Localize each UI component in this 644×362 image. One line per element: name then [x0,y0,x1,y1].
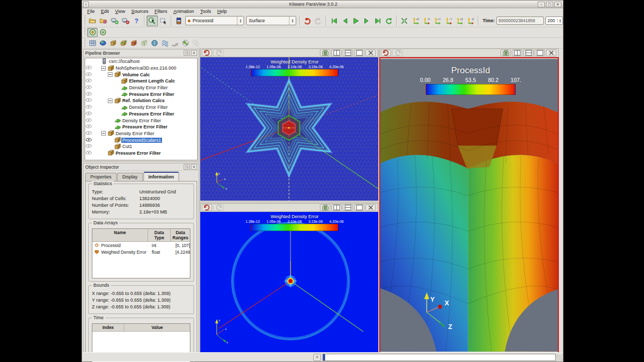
open-file-button[interactable] [87,15,98,26]
data-array-row[interactable]: Weighted Density Errorfloat[4.22498e-14,… [92,249,190,255]
view3-color-legend[interactable]: ProcessId 0.0026.853.580.2107. [420,65,521,95]
pipeline-item[interactable]: Pressure Error Filter [85,91,197,97]
eye-visibility-icon[interactable] [86,151,92,155]
data-array-row[interactable]: ProcessIdint[0, 107] [92,242,190,249]
plus-y-view-button[interactable]: +Y [432,15,443,26]
slice-filter-button[interactable] [118,38,128,47]
reset-camera-button[interactable] [399,15,410,26]
camera-redo-button[interactable] [392,50,403,56]
window-menu-icon[interactable]: v [83,2,89,7]
eye-visibility-icon[interactable] [86,138,92,142]
tab-information[interactable]: Information [143,172,180,181]
pipeline-item[interactable]: csrc://localhost [85,58,197,65]
tab-properties[interactable]: Properties [85,173,117,181]
pipeline-item[interactable]: Density Error Filter [85,130,197,137]
menu-animation[interactable]: Animation [170,9,197,14]
pipeline-item[interactable]: Pressure Error Filter [85,124,197,130]
column-header[interactable]: Value [124,324,190,331]
frame-spinbox[interactable]: 200▲▼ [545,17,563,25]
lookmark-button[interactable] [320,50,330,56]
maximize-view-button[interactable] [535,50,545,56]
undo-button[interactable] [302,15,313,26]
menu-filters[interactable]: Filters [151,9,170,14]
lookmark-button[interactable] [501,50,511,56]
redo-button[interactable] [313,15,324,26]
maximize-view-button[interactable] [354,50,364,56]
tree-expander-icon[interactable] [101,131,106,136]
undock-inspector-button[interactable]: ◳ [184,164,190,170]
column-header[interactable]: Data Ranges [171,229,190,241]
split-vertical-button[interactable] [343,50,353,56]
eye-visibility-icon[interactable] [86,111,92,116]
representation-dropdown[interactable]: Surface▲▼ [246,16,296,25]
eye-visibility-icon[interactable] [86,78,92,83]
cancel-progress-button[interactable]: ✕ [313,354,321,361]
split-horizontal-button[interactable] [331,204,342,211]
maximize-view-button[interactable] [354,204,364,211]
view1-color-legend[interactable]: Weighted Density Error 1.38e-121.05e-062… [246,59,344,76]
split-vertical-button[interactable] [343,204,353,211]
disconnect-server-button[interactable] [120,15,131,26]
pipeline-item[interactable]: Pressure Error Filter [85,111,197,118]
column-header[interactable]: Index [92,324,124,331]
edit-color-map-button[interactable] [173,15,184,26]
split-horizontal-button[interactable] [331,50,342,56]
camera-undo-button[interactable] [381,50,391,56]
time-field[interactable]: 500000023841858 [496,17,544,25]
pipeline-item[interactable]: Cut1 [85,143,197,150]
tree-expander-icon[interactable] [108,72,112,77]
warp-filter-button[interactable] [170,38,180,47]
eye-visibility-icon[interactable] [86,85,92,89]
eye-visibility-icon[interactable] [86,131,92,135]
loop-button[interactable] [383,15,394,26]
close-view-button[interactable] [365,50,376,56]
toolbar-handle[interactable] [83,15,86,25]
data-arrays-table[interactable]: NameData TypeData Ranges ProcessIdint[0,… [92,228,190,278]
threshold-filter-button[interactable] [128,38,139,47]
resize-grip[interactable] [556,355,562,361]
spreadsheet-view-button[interactable] [87,38,98,47]
menu-view[interactable]: View [112,9,128,14]
render-view-1[interactable]: yxz Weighted Density Error 1.38e-121.05e… [200,57,378,201]
pipeline-item[interactable]: Density Error Filter [85,117,197,124]
save-data-button[interactable] [98,15,109,26]
previous-frame-button[interactable] [340,15,350,26]
close-view-button[interactable] [365,204,376,211]
last-frame-button[interactable] [373,15,383,26]
view2-color-legend[interactable]: Weighted Density Error 1.38e-121.05e-062… [246,214,344,231]
minus-z-view-button[interactable]: -Z [465,15,476,26]
menu-edit[interactable]: Edit [98,9,112,14]
color-by-dropdown[interactable]: ProcessId▲▼ [185,16,244,25]
select-points-button[interactable] [158,15,169,26]
help-button[interactable]: ? [131,15,142,26]
pipeline-item[interactable]: ProcessIdScalars1 [85,137,197,143]
plus-z-view-button[interactable]: +Z [454,15,465,26]
menu-sources[interactable]: Sources [128,9,151,14]
pipeline-item[interactable]: Volume Calc [85,71,197,78]
pipeline-item[interactable]: Element Length Calc [85,78,197,85]
selection-mode-button[interactable] [98,28,108,37]
group-datasets-button[interactable] [190,38,201,47]
extract-subset-filter-button[interactable] [139,38,149,47]
split-horizontal-button[interactable] [512,50,522,56]
eye-visibility-icon[interactable] [86,105,92,109]
close-inspector-button[interactable]: ✕ [191,164,197,170]
pipeline-item[interactable]: Ref. Solution Calcs [85,97,197,104]
tree-expander-icon[interactable] [108,98,112,103]
eye-visibility-icon[interactable] [86,118,92,122]
toolbar-handle[interactable] [83,39,86,47]
split-vertical-button[interactable] [523,50,534,56]
minimize-button[interactable]: – [538,2,545,7]
glyph-sphere-filter-button[interactable] [98,38,108,47]
camera-undo-button[interactable] [202,204,212,211]
eye-visibility-icon[interactable] [86,98,92,102]
clip-filter-button[interactable] [108,38,118,47]
toolbar-handle[interactable] [83,28,86,36]
interaction-mode-button[interactable] [87,28,98,37]
close-panel-button[interactable]: ✕ [191,50,197,56]
play-button[interactable] [350,15,361,26]
minus-x-view-button[interactable]: -X [421,15,432,26]
eye-visibility-icon[interactable] [86,92,92,96]
plus-x-view-button[interactable]: +X [410,15,421,26]
camera-redo-button[interactable] [213,50,223,56]
